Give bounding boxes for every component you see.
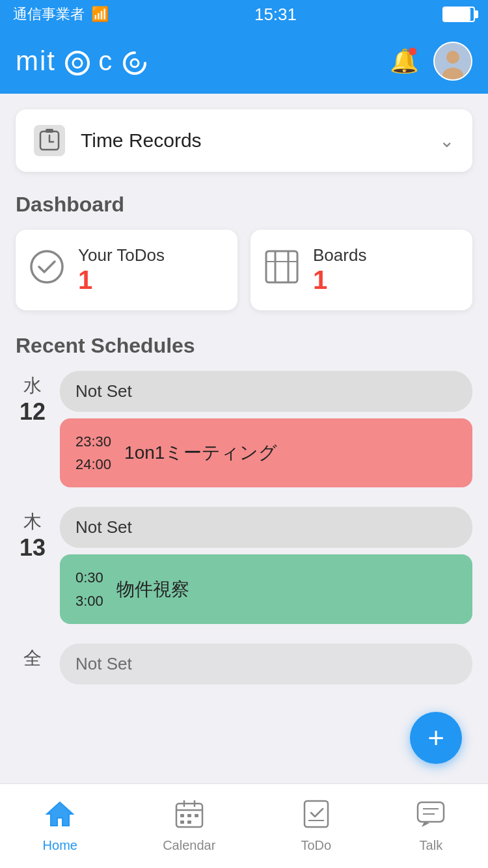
day-label-wed: 水 12 [16,371,49,487]
svg-point-0 [66,52,88,74]
event-title-property: 物件視察 [116,577,189,602]
svg-rect-7 [46,129,53,133]
dashboard-title: Dashboard [16,193,472,217]
event-label-partial: Not Set [75,654,132,674]
svg-rect-21 [187,814,191,817]
status-left: 通信事業者 📶 [13,5,109,24]
todos-info: Your ToDos 1 [78,245,165,295]
todos-name: Your ToDos [78,245,165,265]
event-label-not-set: Not Set [75,381,132,401]
svg-point-1 [73,59,82,68]
calendar-icon [175,800,204,834]
schedules-title: Recent Schedules [16,334,472,358]
app-header: mit c 🔔 [0,29,488,94]
event-title-1on1: 1on1ミーティング [124,441,277,465]
event-label-not-set-thu: Not Set [75,517,132,537]
chevron-down-icon: ⌄ [439,130,454,152]
event-property[interactable]: 0:30 3:00 物件視察 [60,554,472,623]
schedule-day-partial: 全 Not Set [16,644,472,685]
event-not-set-thu[interactable]: Not Set [60,507,472,548]
home-icon [46,800,74,834]
carrier-label: 通信事業者 [13,5,85,24]
svg-rect-27 [418,802,444,822]
day-events-thu: Not Set 0:30 3:00 物件視察 [60,507,472,623]
event-not-set-wed[interactable]: Not Set [60,371,472,412]
svg-point-4 [446,51,459,64]
day-name-partial: 全 [16,646,49,671]
event-1on1[interactable]: 23:30 24:00 1on1ミーティング [60,418,472,487]
user-avatar[interactable] [433,42,472,81]
event-times-1on1: 23:30 24:00 [75,430,111,476]
nav-talk-label: Talk [420,838,443,853]
boards-card[interactable]: Boards 1 [251,230,472,310]
event-row-1on1: 23:30 24:00 1on1ミーティング [75,430,277,476]
event-end-1on1: 24:00 [75,453,111,476]
timer-icon [34,125,65,156]
day-name-thu: 木 [16,509,49,534]
talk-icon [416,800,445,834]
boards-icon [264,249,300,292]
main-content: Time Records ⌄ Dashboard Your ToDos 1 [0,94,488,795]
svg-marker-15 [47,802,73,826]
day-events-wed: Not Set 23:30 24:00 1on1ミーティング [60,371,472,487]
svg-rect-23 [180,821,184,824]
svg-rect-25 [305,801,328,827]
day-num-wed: 12 [16,398,49,426]
event-not-set-partial[interactable]: Not Set [60,644,472,685]
nav-talk[interactable]: Talk [403,793,458,860]
event-start-1on1: 23:30 [75,430,111,453]
todos-count: 1 [78,265,165,295]
add-icon: + [427,722,444,754]
wifi-icon: 📶 [91,6,109,23]
status-time: 15:31 [254,5,297,25]
day-num-thu: 13 [16,534,49,562]
header-icons: 🔔 [388,42,472,81]
time-records-card[interactable]: Time Records ⌄ [16,109,472,172]
event-end-property: 3:00 [75,590,103,612]
svg-rect-11 [266,251,297,282]
schedule-day-wed: 水 12 Not Set 23:30 24:00 1on1ミーティング [16,371,472,487]
event-times-property: 0:30 3:00 [75,566,103,612]
svg-rect-20 [180,814,184,817]
event-row-property: 0:30 3:00 物件視察 [75,566,189,612]
boards-name: Boards [313,245,366,265]
event-start-property: 0:30 [75,566,103,589]
app-logo: mit c [16,46,147,77]
status-bar: 通信事業者 📶 15:31 [0,0,488,29]
battery-icon [442,7,475,22]
nav-home[interactable]: Home [30,793,90,860]
time-records-left: Time Records [34,125,202,156]
svg-point-10 [31,251,62,282]
svg-rect-24 [187,821,191,824]
svg-rect-22 [195,814,198,817]
day-events-partial: Not Set [60,644,472,685]
todos-icon [29,249,65,292]
time-records-label: Time Records [81,129,202,152]
boards-info: Boards 1 [313,245,366,295]
schedule-day-thu: 木 13 Not Set 0:30 3:00 物件視察 [16,507,472,623]
bottom-nav: Home Calendar ToDo [0,783,488,868]
day-name-wed: 水 [16,373,49,398]
nav-calendar[interactable]: Calendar [150,793,228,860]
todos-card[interactable]: Your ToDos 1 [16,230,237,310]
nav-todo-label: ToDo [301,838,332,853]
notification-bell[interactable]: 🔔 [388,45,420,77]
boards-count: 1 [313,265,366,295]
add-button[interactable]: + [410,712,462,764]
nav-calendar-label: Calendar [163,838,215,853]
nav-todo[interactable]: ToDo [288,793,345,860]
nav-home-label: Home [43,838,77,853]
day-label-partial: 全 [16,644,49,685]
todo-icon [302,800,331,834]
svg-point-2 [131,59,139,67]
day-label-thu: 木 13 [16,507,49,623]
notification-badge [409,47,416,55]
dashboard-row: Your ToDos 1 Boards 1 [16,230,472,310]
